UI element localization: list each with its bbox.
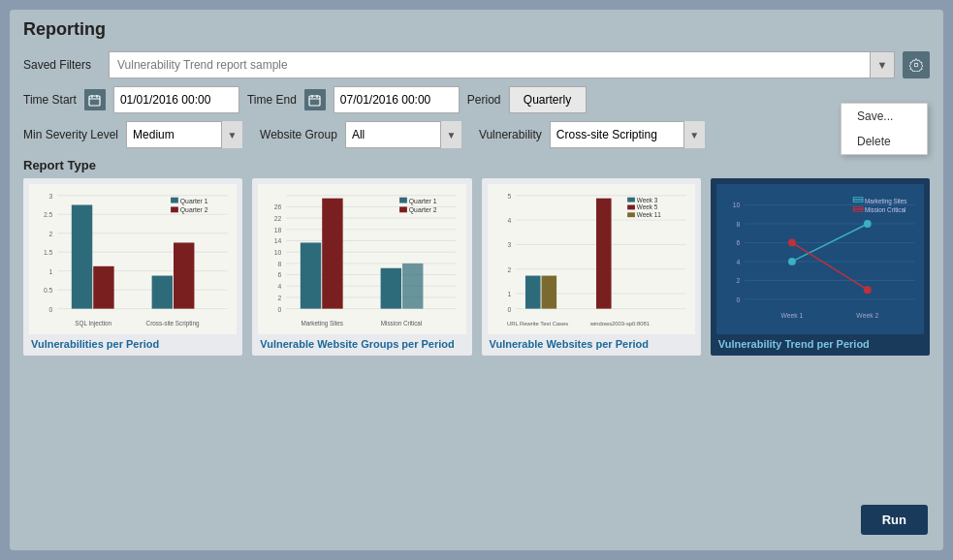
main-container: Reporting Saved Filters Vulnerability Tr… xyxy=(10,10,943,550)
card-vulnerability-trend-per-period[interactable]: 0 2 4 6 8 10 Week 1 Week 2 xyxy=(711,178,930,356)
svg-text:22: 22 xyxy=(274,215,282,222)
chart-area-1: 0 0.5 1 1.5 2 2.5 3 SQL Injection Cross-… xyxy=(29,184,237,334)
svg-text:Mission Critical: Mission Critical xyxy=(865,206,906,213)
svg-text:2.5: 2.5 xyxy=(44,211,53,218)
card-website-groups-per-period[interactable]: 0 2 4 6 8 10 14 18 22 26 xyxy=(252,178,471,356)
svg-rect-78 xyxy=(541,276,556,309)
svg-text:26: 26 xyxy=(274,203,282,210)
website-group-label: Website Group xyxy=(260,128,337,141)
saved-filters-dropdown-arrow[interactable]: ▼ xyxy=(870,51,895,78)
calendar-icon-svg2 xyxy=(308,94,321,107)
svg-rect-25 xyxy=(93,266,113,309)
card-label-2: Vulnerable Website Groups per Period xyxy=(258,338,465,350)
svg-rect-61 xyxy=(399,198,407,203)
svg-text:3: 3 xyxy=(507,241,511,248)
run-button[interactable]: Run xyxy=(861,505,928,535)
min-severity-label: Min Severity Level xyxy=(23,128,118,141)
gear-icon xyxy=(909,58,923,72)
page-title: Reporting xyxy=(23,19,930,40)
context-menu-save[interactable]: Save... xyxy=(842,104,927,129)
svg-text:SQL Injection: SQL Injection xyxy=(75,320,111,327)
svg-text:2: 2 xyxy=(278,295,282,301)
chart-svg-4: 0 2 4 6 8 10 Week 1 Week 2 xyxy=(716,184,924,334)
svg-point-105 xyxy=(864,220,872,228)
time-start-calendar-icon[interactable] xyxy=(84,89,106,110)
time-end-input[interactable] xyxy=(334,86,460,113)
time-end-label: Time End xyxy=(247,93,297,107)
svg-text:8: 8 xyxy=(278,261,282,267)
card-label-1: Vulnerabilities per Period xyxy=(29,338,237,350)
svg-rect-26 xyxy=(152,276,173,309)
svg-rect-56 xyxy=(322,199,342,309)
svg-rect-27 xyxy=(174,242,194,308)
svg-text:Week 3: Week 3 xyxy=(636,197,657,203)
svg-text:0.5: 0.5 xyxy=(44,287,53,294)
svg-point-104 xyxy=(788,258,796,265)
svg-text:Week 5: Week 5 xyxy=(636,203,657,210)
period-area: Quarterly xyxy=(509,86,587,113)
vulnerability-label: Vulnerability xyxy=(479,128,542,141)
chart-area-2: 0 2 4 6 8 10 14 18 22 26 xyxy=(258,184,465,334)
svg-text:3: 3 xyxy=(49,193,53,200)
time-end-calendar-icon[interactable] xyxy=(304,89,326,110)
chart-svg-3: 0 1 2 3 4 5 URL Rewrite Test Cases windo… xyxy=(488,184,695,334)
svg-text:0: 0 xyxy=(507,306,511,313)
card-websites-per-period[interactable]: 0 1 2 3 4 5 URL Rewrite Test Cases windo… xyxy=(482,178,701,356)
svg-text:Marketing Sites: Marketing Sites xyxy=(865,198,907,205)
svg-rect-58 xyxy=(402,264,423,309)
svg-rect-63 xyxy=(399,206,407,212)
svg-rect-86 xyxy=(627,212,635,217)
report-cards: 0 0.5 1 1.5 2 2.5 3 SQL Injection Cross-… xyxy=(23,178,930,356)
svg-text:18: 18 xyxy=(274,227,282,233)
saved-filters-label: Saved Filters xyxy=(23,58,101,72)
svg-text:Week 1: Week 1 xyxy=(780,312,803,319)
saved-filters-wrapper: Vulnerability Trend report sample ▼ xyxy=(109,51,895,78)
chart-area-3: 0 1 2 3 4 5 URL Rewrite Test Cases windo… xyxy=(488,184,695,334)
min-severity-select[interactable]: Medium Low High Critical xyxy=(126,121,242,148)
time-row: Time Start Time End Period Quarterly xyxy=(23,86,930,113)
svg-text:windows2003-sp0:8081: windows2003-sp0:8081 xyxy=(588,321,649,327)
svg-text:0: 0 xyxy=(736,296,740,303)
svg-rect-57 xyxy=(381,268,401,309)
card-vulnerabilities-per-period[interactable]: 0 0.5 1 1.5 2 2.5 3 SQL Injection Cross-… xyxy=(23,178,242,356)
svg-text:URL Rewrite Test Cases: URL Rewrite Test Cases xyxy=(507,321,568,327)
svg-point-107 xyxy=(788,239,796,247)
chart-svg-1: 0 0.5 1 1.5 2 2.5 3 SQL Injection Cross-… xyxy=(29,184,237,334)
gear-button[interactable] xyxy=(903,51,930,78)
svg-text:Quarter 2: Quarter 2 xyxy=(180,206,208,214)
card-label-3: Vulnerable Websites per Period xyxy=(488,338,695,350)
website-group-wrapper: All Marketing Sites Mission Critical ▼ xyxy=(345,121,461,148)
vulnerability-select[interactable]: Cross-site Scripting SQL Injection URL R… xyxy=(550,121,705,148)
svg-rect-55 xyxy=(301,242,321,308)
min-severity-wrapper: Medium Low High Critical ▼ xyxy=(126,121,242,148)
svg-text:10: 10 xyxy=(274,249,282,256)
period-button[interactable]: Quarterly xyxy=(509,86,587,113)
svg-rect-82 xyxy=(627,198,635,202)
calendar-icon-svg xyxy=(88,94,101,107)
svg-text:Cross-site Scripting: Cross-site Scripting xyxy=(146,320,200,327)
website-group-select[interactable]: All Marketing Sites Mission Critical xyxy=(345,121,461,148)
saved-filters-select[interactable]: Vulnerability Trend report sample xyxy=(109,51,895,78)
svg-text:Quarter 1: Quarter 1 xyxy=(180,198,208,205)
svg-rect-30 xyxy=(171,198,178,203)
svg-text:4: 4 xyxy=(507,217,511,224)
time-start-input[interactable] xyxy=(113,86,239,113)
svg-text:1: 1 xyxy=(507,291,511,297)
svg-text:6: 6 xyxy=(278,271,282,278)
svg-text:0: 0 xyxy=(49,306,53,313)
vulnerability-wrapper: Cross-site Scripting SQL Injection URL R… xyxy=(550,121,705,148)
svg-text:2: 2 xyxy=(736,277,740,284)
svg-text:14: 14 xyxy=(274,237,282,244)
svg-rect-2 xyxy=(89,96,100,106)
period-label: Period xyxy=(467,93,501,107)
svg-text:6: 6 xyxy=(736,239,740,246)
report-type-label: Report Type xyxy=(23,158,930,172)
svg-rect-24 xyxy=(72,205,92,309)
context-menu-delete[interactable]: Delete xyxy=(842,129,927,154)
svg-text:Quarter 1: Quarter 1 xyxy=(409,198,437,205)
svg-text:4: 4 xyxy=(278,283,282,290)
svg-rect-6 xyxy=(309,96,320,106)
svg-text:1: 1 xyxy=(49,268,53,275)
svg-text:4: 4 xyxy=(736,259,740,265)
svg-text:0: 0 xyxy=(278,306,282,313)
